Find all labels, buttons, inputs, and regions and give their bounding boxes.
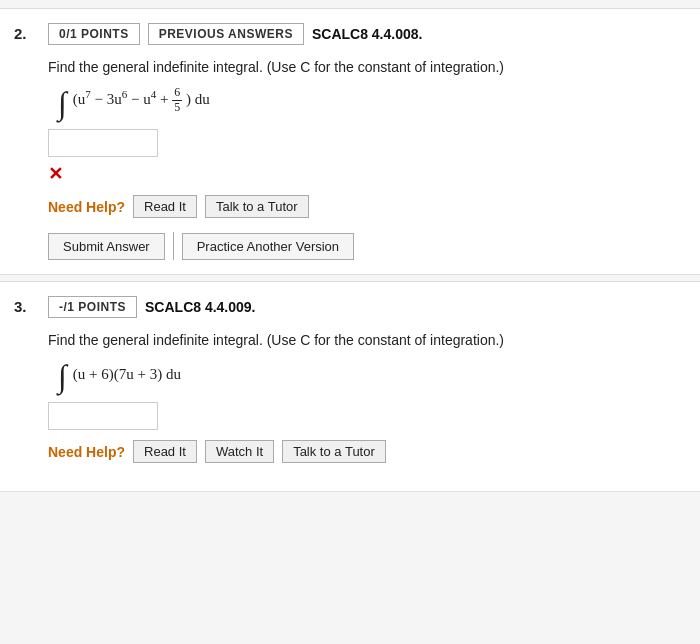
talk-to-tutor-button-2[interactable]: Talk to a Tutor: [205, 195, 309, 218]
math-expression-2: ∫ (u7 − 3u6 − u4 + 6 5 ) du: [58, 85, 684, 117]
problem-description-2: Find the general indefinite integral. (U…: [48, 59, 684, 75]
fraction-2: 6 5: [172, 86, 182, 113]
submit-button-2[interactable]: Submit Answer: [48, 233, 165, 260]
number-label: 2.: [14, 25, 27, 42]
talk-to-tutor-button-3[interactable]: Talk to a Tutor: [282, 440, 386, 463]
practice-button-2[interactable]: Practice Another Version: [182, 233, 354, 260]
problem-code-3: SCALC8 4.4.009.: [145, 299, 256, 315]
problem-2-number: 2.: [0, 23, 48, 42]
read-it-button-2[interactable]: Read It: [133, 195, 197, 218]
x-mark-2: ✕: [48, 163, 684, 185]
problem-3: 3. -/1 POINTS SCALC8 4.4.009. Find the g…: [0, 281, 700, 492]
watch-it-button-3[interactable]: Watch It: [205, 440, 274, 463]
prev-answers-badge-2: PREVIOUS ANSWERS: [148, 23, 304, 45]
problem-3-content: -/1 POINTS SCALC8 4.4.009. Find the gene…: [48, 296, 700, 477]
problem-code-2: SCALC8 4.4.008.: [312, 26, 423, 42]
problem-3-number: 3.: [0, 296, 48, 315]
problem-3-header: -/1 POINTS SCALC8 4.4.009.: [48, 296, 684, 318]
problem-2-header: 0/1 POINTS PREVIOUS ANSWERS SCALC8 4.4.0…: [48, 23, 684, 45]
points-badge-3: -/1 POINTS: [48, 296, 137, 318]
read-it-button-3[interactable]: Read It: [133, 440, 197, 463]
points-badge-2: 0/1 POINTS: [48, 23, 140, 45]
action-row-2: Submit Answer Practice Another Version: [48, 232, 684, 260]
integral-symbol-3: ∫: [58, 360, 67, 392]
number-label-3: 3.: [14, 298, 27, 315]
need-help-row-3: Need Help? Read It Watch It Talk to a Tu…: [48, 440, 684, 463]
answer-input-3[interactable]: [48, 402, 158, 430]
answer-input-2[interactable]: [48, 129, 158, 157]
math-expression-3: ∫ (u + 6)(7u + 3) du: [58, 358, 684, 390]
math-content-2: (u7 − 3u6 − u4 + 6 5 ) du: [73, 87, 210, 114]
math-content-3: (u + 6)(7u + 3) du: [73, 366, 181, 383]
divider-2: [173, 232, 174, 260]
need-help-row-2: Need Help? Read It Talk to a Tutor: [48, 195, 684, 218]
problem-description-3: Find the general indefinite integral. (U…: [48, 332, 684, 348]
need-help-label-3: Need Help?: [48, 444, 125, 460]
need-help-label-2: Need Help?: [48, 199, 125, 215]
problem-2: 2. 0/1 POINTS PREVIOUS ANSWERS SCALC8 4.…: [0, 8, 700, 275]
problem-2-content: 0/1 POINTS PREVIOUS ANSWERS SCALC8 4.4.0…: [48, 23, 700, 260]
integral-symbol-2: ∫: [58, 87, 67, 119]
